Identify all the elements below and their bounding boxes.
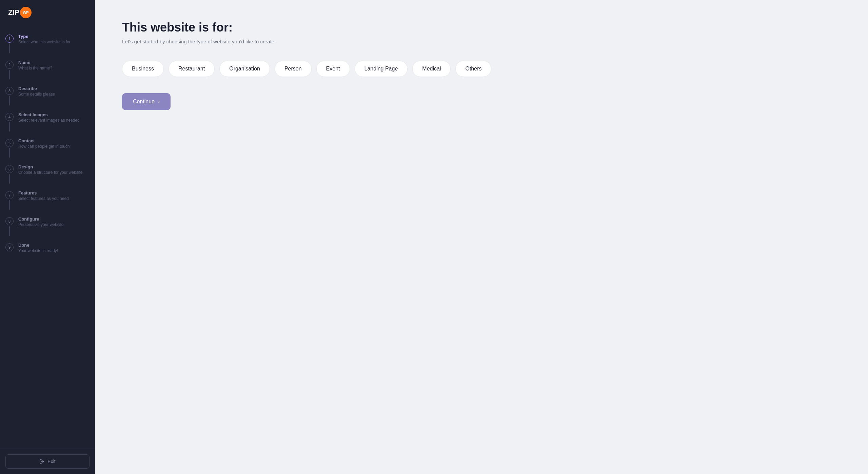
step-circle: 4 (5, 113, 14, 121)
sidebar-item-contact[interactable]: 5ContactHow can people get in touch (0, 135, 95, 161)
step-title: Name (18, 60, 88, 65)
step-subtitle: Select who this website is for (18, 40, 88, 44)
step-subtitle: Choose a structure for your website (18, 170, 88, 175)
exit-button[interactable]: Exit (5, 454, 90, 469)
step-line (9, 96, 10, 105)
step-connector: 5 (5, 138, 14, 158)
step-title: Type (18, 34, 88, 39)
logo-area: ZIP WP (0, 0, 95, 28)
step-title: Features (18, 190, 88, 195)
step-line (9, 148, 10, 158)
type-chip-landing-page[interactable]: Landing Page (355, 61, 408, 77)
sidebar-nav: 1TypeSelect who this website is for2Name… (0, 28, 95, 449)
sidebar-item-configure[interactable]: 8ConfigurePersonalize your website (0, 213, 95, 239)
step-circle: 8 (5, 217, 14, 225)
logo-badge: WP (20, 7, 32, 18)
step-circle: 2 (5, 61, 14, 69)
sidebar-item-name[interactable]: 2NameWhat is the name? (0, 57, 95, 83)
step-connector: 2 (5, 60, 14, 79)
step-subtitle: What is the name? (18, 66, 88, 70)
step-line (9, 122, 10, 131)
type-chip-event[interactable]: Event (316, 61, 350, 77)
step-circle: 3 (5, 87, 14, 95)
step-circle: 6 (5, 165, 14, 173)
chevron-right-icon: › (158, 99, 160, 105)
sidebar-item-select-images[interactable]: 4Select ImagesSelect relevant images as … (0, 109, 95, 135)
step-circle: 7 (5, 191, 14, 199)
step-content: TypeSelect who this website is for (18, 34, 88, 44)
step-title: Design (18, 164, 88, 169)
step-line (9, 226, 10, 236)
step-subtitle: Select features as you need (18, 196, 88, 201)
step-connector: 8 (5, 217, 14, 236)
step-content: DesignChoose a structure for your websit… (18, 164, 88, 175)
sidebar-footer: Exit (0, 449, 95, 474)
step-content: ContactHow can people get in touch (18, 138, 88, 149)
step-title: Describe (18, 86, 88, 91)
step-circle: 9 (5, 243, 14, 251)
step-subtitle: Select relevant images as needed (18, 118, 88, 123)
step-content: ConfigurePersonalize your website (18, 217, 88, 227)
type-chip-others[interactable]: Others (455, 61, 491, 77)
step-title: Done (18, 243, 88, 248)
step-connector: 3 (5, 86, 14, 105)
step-title: Configure (18, 217, 88, 222)
step-line (9, 174, 10, 184)
step-connector: 7 (5, 190, 14, 210)
sidebar-item-describe[interactable]: 3DescribeSome details please (0, 83, 95, 109)
step-line (9, 44, 10, 53)
step-connector: 6 (5, 164, 14, 184)
step-title: Contact (18, 138, 88, 143)
type-chip-business[interactable]: Business (122, 61, 164, 77)
logo-zip-text: ZIP (8, 8, 19, 17)
step-subtitle: How can people get in touch (18, 144, 88, 149)
sidebar: ZIP WP 1TypeSelect who this website is f… (0, 0, 95, 474)
sidebar-item-type[interactable]: 1TypeSelect who this website is for (0, 30, 95, 57)
type-chip-restaurant[interactable]: Restaurant (169, 61, 215, 77)
logo: ZIP WP (8, 7, 32, 18)
step-connector: 9 (5, 243, 14, 251)
step-content: NameWhat is the name? (18, 60, 88, 70)
type-chip-person[interactable]: Person (275, 61, 312, 77)
step-connector: 1 (5, 34, 14, 53)
step-connector: 4 (5, 112, 14, 131)
step-content: DescribeSome details please (18, 86, 88, 97)
page-subtitle: Let’s get started by choosing the type o… (122, 39, 841, 44)
step-subtitle: Personalize your website (18, 222, 88, 227)
type-options-grid: BusinessRestaurantOrganisationPersonEven… (122, 61, 841, 77)
type-chip-medical[interactable]: Medical (412, 61, 451, 77)
step-title: Select Images (18, 112, 88, 117)
sidebar-item-features[interactable]: 7FeaturesSelect features as you need (0, 187, 95, 213)
step-content: DoneYour website is ready! (18, 243, 88, 253)
step-subtitle: Some details please (18, 92, 88, 97)
step-content: FeaturesSelect features as you need (18, 190, 88, 201)
step-subtitle: Your website is ready! (18, 248, 88, 253)
sidebar-item-design[interactable]: 6DesignChoose a structure for your websi… (0, 161, 95, 187)
step-circle: 1 (5, 35, 14, 43)
continue-button[interactable]: Continue › (122, 93, 171, 110)
sidebar-item-done[interactable]: 9DoneYour website is ready! (0, 239, 95, 256)
page-title: This website is for: (122, 20, 841, 35)
step-circle: 5 (5, 139, 14, 147)
main-content: This website is for: Let’s get started b… (95, 0, 868, 474)
type-chip-organisation[interactable]: Organisation (219, 61, 270, 77)
step-line (9, 200, 10, 210)
exit-icon (39, 459, 45, 464)
step-content: Select ImagesSelect relevant images as n… (18, 112, 88, 123)
logo-wp-text: WP (23, 11, 28, 15)
step-line (9, 70, 10, 79)
